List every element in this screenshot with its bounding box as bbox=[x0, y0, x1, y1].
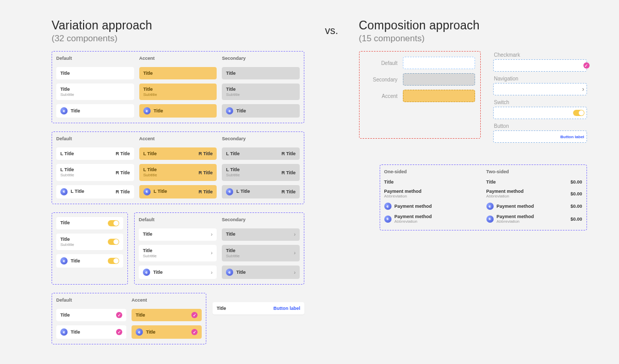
checkmark-icon bbox=[191, 329, 198, 335]
cell-avatar-title: ¢Title bbox=[222, 104, 300, 118]
cell-title-sub: TitleSubtitle bbox=[139, 84, 217, 100]
cell-avatar-lr: ¢L TitleR Title bbox=[139, 185, 217, 198]
chevron-right-icon bbox=[294, 270, 296, 275]
list-row: Title bbox=[384, 177, 480, 187]
cell-button-label: Title Button label bbox=[213, 302, 304, 315]
cell-nav-sub[interactable]: TitleSubtitle bbox=[139, 245, 217, 261]
cell-check: Title bbox=[56, 309, 126, 321]
block-variants-switch: Title TitleSubtitle ¢Title bbox=[52, 212, 128, 285]
label-navigation: Navigation bbox=[494, 76, 587, 81]
list-row: ¢Payment methodAbbreviation bbox=[384, 212, 480, 226]
slot-accent bbox=[403, 90, 475, 102]
block-variants-check: Default Title ¢Title Accent Title ¢Title bbox=[52, 293, 206, 344]
chevron-right-icon bbox=[211, 270, 213, 275]
slot-button: Button label bbox=[493, 130, 587, 143]
cell-title: Title bbox=[56, 67, 134, 79]
cell-lr: L TitleR Title bbox=[222, 147, 300, 160]
cell-title-sub: TitleSubtitle bbox=[56, 84, 134, 100]
avatar-icon: ¢ bbox=[384, 216, 392, 223]
cell-lr: L TitleR Title bbox=[56, 147, 134, 160]
checkmark-icon bbox=[116, 329, 122, 335]
list-row: Payment methodAbbreviation$0.00 bbox=[486, 187, 582, 201]
row-label-default: Default bbox=[365, 60, 398, 66]
avatar-icon: ¢ bbox=[143, 269, 150, 276]
checkmark-icon bbox=[191, 312, 198, 318]
checkmark-icon bbox=[116, 312, 122, 318]
cell-nav[interactable]: Title bbox=[139, 228, 217, 241]
cell-avatar-nav[interactable]: ¢Title bbox=[222, 266, 300, 279]
avatar-icon: ¢ bbox=[486, 216, 494, 223]
avatar-icon: ¢ bbox=[143, 188, 151, 195]
avatar-icon: ¢ bbox=[60, 188, 68, 195]
avatar-icon: ¢ bbox=[143, 107, 151, 114]
cell-lr-sub: L TitleSubtitleR Title bbox=[139, 164, 217, 180]
slot-default bbox=[403, 57, 475, 69]
avatar-icon: ¢ bbox=[60, 328, 68, 336]
list-head-one: One-sided bbox=[384, 169, 480, 174]
avatar-icon: ¢ bbox=[226, 188, 233, 195]
cell-avatar-title: ¢Title bbox=[56, 104, 134, 118]
left-count: (32 components) bbox=[52, 34, 304, 44]
button-label-link[interactable]: Button label bbox=[273, 306, 300, 311]
block-list-compositions: One-sided Title Payment methodAbbreviati… bbox=[380, 164, 587, 230]
cell-lr-sub: L TitleSubtitleR Title bbox=[222, 164, 300, 180]
cell-title: Title bbox=[139, 67, 217, 79]
chevron-right-icon bbox=[211, 231, 213, 237]
cell-nav-sub[interactable]: TitleSubtitle bbox=[222, 245, 300, 261]
avatar-icon: ¢ bbox=[60, 107, 68, 114]
slot-switch bbox=[493, 107, 587, 119]
chevron-right-icon bbox=[294, 250, 296, 256]
block-variants-single: Default Title TitleSubtitle ¢Title Accen… bbox=[52, 51, 304, 123]
cell-lr-sub: L TitleSubtitleR Title bbox=[56, 164, 134, 180]
cell-lr: L TitleR Title bbox=[139, 147, 217, 160]
list-row: Title$0.00 bbox=[486, 177, 582, 187]
avatar-icon: ¢ bbox=[226, 107, 233, 114]
vs-label: vs. bbox=[325, 19, 338, 353]
cell-nav[interactable]: Title bbox=[222, 228, 300, 241]
cell-switch: Title bbox=[56, 217, 123, 229]
avatar-icon: ¢ bbox=[226, 269, 233, 276]
cell-title-sub: TitleSubtitle bbox=[222, 84, 300, 100]
block-variants-double: Default L TitleR Title L TitleSubtitleR … bbox=[52, 131, 304, 204]
switch-icon[interactable] bbox=[108, 220, 119, 226]
cell-avatar-check: ¢Title bbox=[56, 325, 126, 339]
label-button: Button bbox=[494, 123, 587, 129]
col-label-accent: Accent bbox=[139, 56, 217, 61]
list-row: Payment methodAbbreviation bbox=[384, 187, 480, 201]
list-row: ¢Payment method bbox=[384, 201, 480, 212]
block-base-variants: Default Secondary Accent bbox=[359, 51, 481, 139]
slot-checkmark bbox=[493, 59, 587, 72]
avatar-icon: ¢ bbox=[136, 328, 143, 336]
chevron-right-icon: › bbox=[582, 86, 584, 93]
right-count: (15 components) bbox=[359, 34, 587, 44]
checkmark-icon bbox=[583, 62, 590, 69]
block-variants-nav: Default Title TitleSubtitle ¢Title Secon… bbox=[134, 212, 304, 285]
cell-avatar-lr: ¢L TitleR Title bbox=[222, 185, 300, 198]
avatar-icon: ¢ bbox=[384, 203, 392, 210]
label-checkmark: Checkmark bbox=[494, 52, 587, 58]
cell-avatar-lr: ¢L TitleR Title bbox=[56, 185, 134, 198]
slot-navigation[interactable]: › bbox=[493, 83, 587, 95]
cell-title: Title bbox=[222, 67, 300, 79]
list-head-two: Two-sided bbox=[486, 169, 582, 174]
chevron-right-icon bbox=[294, 231, 296, 237]
switch-icon[interactable] bbox=[108, 239, 119, 245]
avatar-icon: ¢ bbox=[486, 203, 494, 210]
list-row: ¢Payment methodAbbreviation$0.00 bbox=[486, 212, 582, 226]
list-row: ¢Payment method$0.00 bbox=[486, 201, 582, 212]
avatar-icon: ¢ bbox=[60, 257, 68, 264]
cell-avatar-title: ¢Title bbox=[139, 104, 217, 118]
cell-avatar-check: ¢Title bbox=[132, 325, 202, 339]
col-label-default: Default bbox=[56, 56, 134, 61]
button-label-link[interactable]: Button label bbox=[560, 135, 584, 139]
row-label-accent: Accent bbox=[365, 93, 398, 99]
label-switch: Switch bbox=[494, 100, 587, 105]
cell-avatar-nav[interactable]: ¢Title bbox=[139, 266, 217, 279]
block-composition-accessories: Checkmark Navigation › Switch Button But… bbox=[493, 51, 587, 147]
cell-switch-sub: TitleSubtitle bbox=[56, 234, 123, 250]
row-label-secondary: Secondary bbox=[365, 77, 398, 82]
cell-check: Title bbox=[132, 309, 202, 321]
cell-avatar-switch: ¢Title bbox=[56, 254, 123, 268]
switch-icon[interactable] bbox=[573, 110, 584, 116]
switch-icon[interactable] bbox=[108, 258, 119, 264]
